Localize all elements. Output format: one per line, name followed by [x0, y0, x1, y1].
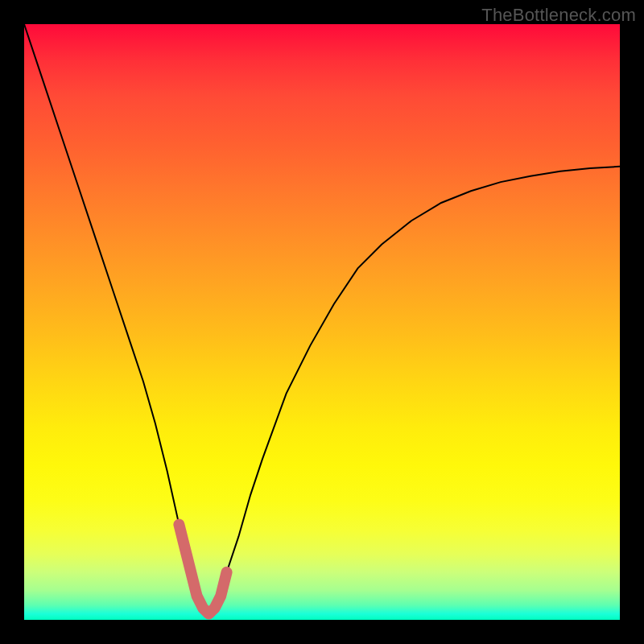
chart-frame: TheBottleneck.com [0, 0, 644, 644]
watermark-text: TheBottleneck.com [481, 5, 636, 26]
bottleneck-curve [24, 24, 620, 614]
chart-svg [24, 24, 620, 620]
chart-plot-area [24, 24, 620, 620]
valley-highlight [179, 525, 226, 614]
